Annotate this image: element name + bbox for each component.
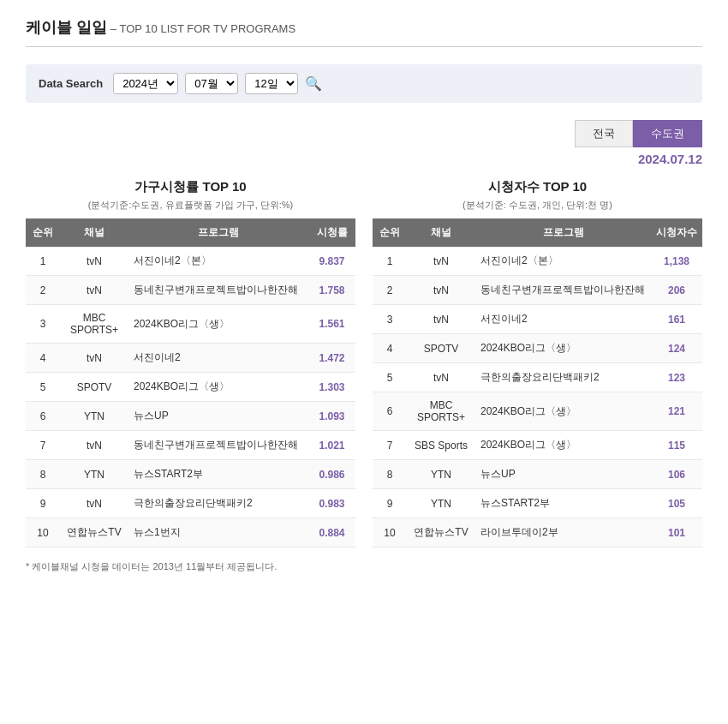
table-row: 2 tvN 동네친구변개프로젝트밥이나한잔해 1.758 bbox=[26, 276, 355, 305]
table-row: 4 SPOTV 2024KBO리그〈생〉 124 bbox=[373, 334, 702, 363]
table-row: 9 tvN 극한의출장요리단백패키2 0.983 bbox=[26, 489, 355, 518]
channel-cell: MBC SPORTS+ bbox=[407, 392, 475, 431]
rank-cell: 10 bbox=[26, 518, 60, 547]
viewers-cell: 206 bbox=[651, 276, 702, 305]
rank-cell: 6 bbox=[26, 402, 60, 431]
table-row: 6 YTN 뉴스UP 1.093 bbox=[26, 402, 355, 431]
rating-cell: 0.986 bbox=[308, 460, 355, 489]
region-btn-national[interactable]: 전국 bbox=[575, 120, 633, 147]
viewers-cell: 1,138 bbox=[651, 247, 702, 276]
rank-cell: 4 bbox=[373, 334, 407, 363]
rating-cell: 1.561 bbox=[308, 305, 355, 344]
table-row: 9 YTN 뉴스START2부 105 bbox=[373, 489, 702, 518]
search-button[interactable]: 🔍 bbox=[305, 75, 322, 92]
region-btn-metro[interactable]: 수도권 bbox=[633, 120, 702, 147]
program-cell: 동네친구변개프로젝트밥이나한잔해 bbox=[475, 276, 651, 305]
rank-cell: 1 bbox=[373, 247, 407, 276]
channel-cell: 연합뉴스TV bbox=[60, 518, 128, 547]
channel-cell: tvN bbox=[407, 247, 475, 276]
program-cell: 동네친구변개프로젝트밥이나한잔해 bbox=[128, 431, 308, 460]
rank-cell: 8 bbox=[373, 460, 407, 489]
viewers-table-header-row: 순위 채널 프로그램 시청자수 bbox=[373, 218, 702, 247]
program-cell: 서진이네2 bbox=[475, 305, 651, 334]
rank-cell: 6 bbox=[373, 392, 407, 431]
th-channel-1: 채널 bbox=[60, 218, 128, 247]
program-cell: 라이브투데이2부 bbox=[475, 518, 651, 547]
day-select[interactable]: 12일 bbox=[245, 73, 298, 94]
household-table-title: 가구시청률 TOP 10 bbox=[26, 179, 355, 195]
channel-cell: YTN bbox=[60, 402, 128, 431]
rank-cell: 2 bbox=[26, 276, 60, 305]
tables-container: 가구시청률 TOP 10 (분석기준:수도권, 유료플랫폼 가입 가구, 단위:… bbox=[26, 179, 702, 547]
program-cell: 극한의출장요리단백패키2 bbox=[128, 489, 308, 518]
rating-cell: 9.837 bbox=[308, 247, 355, 276]
household-table: 순위 채널 프로그램 시청률 1 tvN 서진이네2〈본〉 9.837 2 tv… bbox=[26, 218, 355, 547]
rating-cell: 1.472 bbox=[308, 344, 355, 373]
channel-cell: SPOTV bbox=[407, 334, 475, 363]
table-row: 7 tvN 동네친구변개프로젝트밥이나한잔해 1.021 bbox=[26, 431, 355, 460]
title-subtitle: – TOP 10 LIST FOR TV PROGRAMS bbox=[107, 22, 295, 35]
rank-cell: 7 bbox=[26, 431, 60, 460]
rating-cell: 1.021 bbox=[308, 431, 355, 460]
channel-cell: 연합뉴스TV bbox=[407, 518, 475, 547]
channel-cell: tvN bbox=[407, 305, 475, 334]
rating-cell: 1.303 bbox=[308, 373, 355, 402]
search-input[interactable] bbox=[327, 77, 689, 90]
channel-cell: SBS Sports bbox=[407, 431, 475, 460]
table-row: 10 연합뉴스TV 뉴스1번지 0.884 bbox=[26, 518, 355, 547]
program-cell: 2024KBO리그〈생〉 bbox=[128, 305, 308, 344]
rank-cell: 7 bbox=[373, 431, 407, 460]
rating-cell: 1.758 bbox=[308, 276, 355, 305]
program-cell: 뉴스START2부 bbox=[475, 489, 651, 518]
rating-cell: 1.093 bbox=[308, 402, 355, 431]
search-label: Data Search bbox=[39, 77, 103, 90]
rating-cell: 0.983 bbox=[308, 489, 355, 518]
table-row: 10 연합뉴스TV 라이브투데이2부 101 bbox=[373, 518, 702, 547]
th-channel-2: 채널 bbox=[407, 218, 475, 247]
channel-cell: YTN bbox=[407, 489, 475, 518]
channel-cell: tvN bbox=[407, 363, 475, 392]
rank-cell: 1 bbox=[26, 247, 60, 276]
search-bar: Data Search 2024년 07월 12일 🔍 bbox=[26, 64, 702, 103]
program-cell: 뉴스START2부 bbox=[128, 460, 308, 489]
channel-cell: MBC SPORTS+ bbox=[60, 305, 128, 344]
household-table-section: 가구시청률 TOP 10 (분석기준:수도권, 유료플랫폼 가입 가구, 단위:… bbox=[26, 179, 355, 547]
table-row: 7 SBS Sports 2024KBO리그〈생〉 115 bbox=[373, 431, 702, 460]
channel-cell: tvN bbox=[60, 489, 128, 518]
viewers-cell: 123 bbox=[651, 363, 702, 392]
th-rank-2: 순위 bbox=[373, 218, 407, 247]
month-select[interactable]: 07월 bbox=[185, 73, 238, 94]
program-cell: 뉴스UP bbox=[475, 460, 651, 489]
rank-cell: 8 bbox=[26, 460, 60, 489]
viewers-table-title: 시청자수 TOP 10 bbox=[373, 179, 702, 195]
channel-cell: tvN bbox=[407, 276, 475, 305]
table-row: 3 MBC SPORTS+ 2024KBO리그〈생〉 1.561 bbox=[26, 305, 355, 344]
table-row: 4 tvN 서진이네2 1.472 bbox=[26, 344, 355, 373]
footer-note: * 케이블채널 시청을 데이터는 2013년 11월부터 제공됩니다. bbox=[26, 560, 702, 573]
table-row: 2 tvN 동네친구변개프로젝트밥이나한잔해 206 bbox=[373, 276, 702, 305]
date-display: 2024.07.12 bbox=[26, 152, 702, 166]
th-rank-1: 순위 bbox=[26, 218, 60, 247]
viewers-table-section: 시청자수 TOP 10 (분석기준: 수도권, 개인, 단위:천 명) 순위 채… bbox=[373, 179, 702, 547]
program-cell: 뉴스UP bbox=[128, 402, 308, 431]
viewers-table-subtitle: (분석기준: 수도권, 개인, 단위:천 명) bbox=[373, 199, 702, 212]
program-cell: 극한의출장요리단백패키2 bbox=[475, 363, 651, 392]
channel-cell: tvN bbox=[60, 247, 128, 276]
viewers-cell: 105 bbox=[651, 489, 702, 518]
search-input-wrapper: 🔍 bbox=[305, 75, 689, 92]
channel-cell: SPOTV bbox=[60, 373, 128, 402]
program-cell: 서진이네2〈본〉 bbox=[128, 247, 308, 276]
page-title: 케이블 일일 – TOP 10 LIST FOR TV PROGRAMS bbox=[26, 17, 702, 47]
year-select[interactable]: 2024년 bbox=[113, 73, 178, 94]
channel-cell: tvN bbox=[60, 431, 128, 460]
viewers-cell: 121 bbox=[651, 392, 702, 431]
table-row: 3 tvN 서진이네2 161 bbox=[373, 305, 702, 334]
th-viewers-2: 시청자수 bbox=[651, 218, 702, 247]
household-table-header-row: 순위 채널 프로그램 시청률 bbox=[26, 218, 355, 247]
table-row: 8 YTN 뉴스START2부 0.986 bbox=[26, 460, 355, 489]
household-table-subtitle: (분석기준:수도권, 유료플랫폼 가입 가구, 단위:%) bbox=[26, 199, 355, 212]
rank-cell: 9 bbox=[373, 489, 407, 518]
rank-cell: 3 bbox=[373, 305, 407, 334]
program-cell: 2024KBO리그〈생〉 bbox=[128, 373, 308, 402]
rank-cell: 2 bbox=[373, 276, 407, 305]
